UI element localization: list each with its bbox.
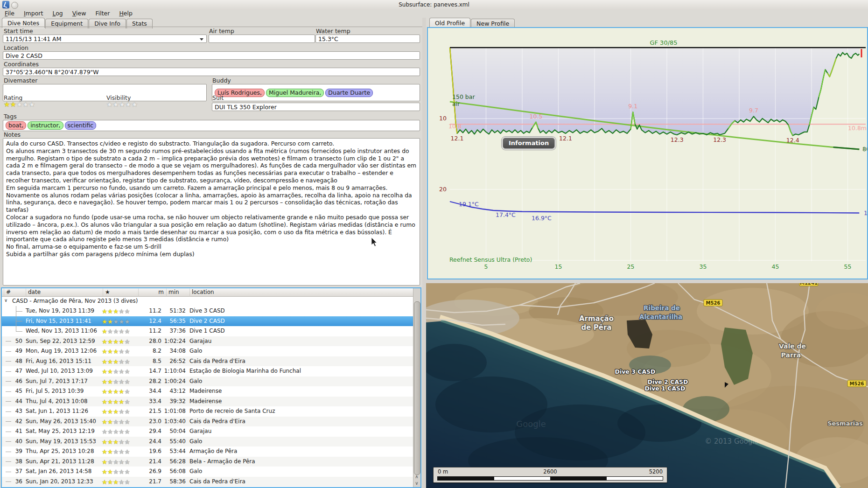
star-filled-icon: ★ (102, 448, 107, 455)
tab-old-profile[interactable]: Old Profile (429, 18, 470, 28)
column-header-location[interactable]: location (189, 289, 332, 296)
dive-profile[interactable]: GF 30/85102051525354555Reefnet Sensus Ul… (427, 27, 868, 279)
star-filled-icon: ★ (113, 358, 119, 365)
dive-row[interactable]: Fri, Nov 15, 2013 11:41★★★★★12.456:35Div… (2, 316, 420, 327)
dive-rating: ★★★★★ (102, 318, 130, 325)
star-empty-icon: ★ (119, 418, 124, 425)
dive-row[interactable]: 50Sun, Sep 22, 2013 12:59★★★★★28.01:02:2… (2, 336, 420, 347)
star-empty-icon: ★ (124, 438, 130, 446)
dive-number: 41 (4, 428, 22, 434)
dive-rating: ★★★★★ (102, 328, 130, 335)
dive-row[interactable]: Tue, Nov 19, 2013 11:39★★★★★11.251:32Div… (2, 306, 420, 316)
star-empty-icon: ★ (125, 100, 131, 109)
dive-map[interactable]: Armaçãode PêraRibeira deAlcantarilhaVale… (426, 283, 868, 488)
dive-row[interactable]: 47Wed, Jul 10, 2013 13:09★★★★★14.71:10:0… (2, 366, 420, 376)
dive-rating: ★★★★★ (102, 418, 130, 425)
column-header-date[interactable]: date (26, 289, 103, 296)
information-button[interactable]: Information (503, 138, 555, 149)
menu-view[interactable]: View (68, 9, 91, 18)
dive-number: 44 (4, 398, 22, 404)
scrollbar-thumb[interactable] (414, 301, 420, 475)
dive-row[interactable]: 37Sat, Jan 26, 2013 14:58★★★★★26.956:08G… (2, 467, 420, 477)
star-filled-icon: ★ (107, 398, 113, 405)
dive-row[interactable]: 46Sun, Jul 7, 2013 17:17★★★★★28.21:00:24… (2, 376, 420, 387)
coordinates-field[interactable]: 37°05'23.460"N 8°20'47.879"W (3, 68, 420, 76)
buddy-field[interactable]: Luís Rodrigues,Miguel Madureira,Duarte D… (212, 84, 420, 101)
subsurface-window: Subsurface: paneves.xml FileImportLogVie… (0, 0, 868, 488)
svg-text:9.1: 9.1 (628, 103, 637, 110)
column-header-rating[interactable]: ★ (103, 289, 138, 296)
location-field[interactable]: Dive 2 CASD (3, 51, 420, 60)
vertical-splitter[interactable] (422, 18, 426, 488)
menu-file[interactable]: File (0, 9, 19, 18)
dive-row[interactable]: 39Thu, Apr 25, 2013 10:28★★★★★19.653:44A… (2, 446, 420, 457)
water-temp-field[interactable]: 15.3°C (315, 35, 420, 43)
trip-header-row[interactable]: ∨CASD - Armação de Pêra, Nov 2013 (3 div… (2, 296, 420, 306)
star-filled-icon: ★ (102, 438, 107, 446)
column-header-num[interactable]: # (4, 289, 25, 296)
dive-row[interactable]: 45Fri, Jul 5, 2013 10:39★★★★★34.443:12Ma… (2, 386, 420, 397)
tags-field[interactable]: boat,instructor,scientific (3, 120, 420, 131)
menu-filter[interactable]: Filter (91, 9, 114, 18)
window-title: Subsurface: paneves.xml (0, 1, 868, 8)
dive-row[interactable]: 38Sun, Apr 21, 2013 11:28★★★★★21.456:28B… (2, 457, 420, 467)
svg-text:12.1: 12.1 (451, 135, 464, 142)
menu-log[interactable]: Log (48, 9, 67, 18)
dive-row[interactable]: 42Sun, May 26, 2013 15:40★★★★★23.01:03:4… (2, 417, 420, 427)
star-empty-icon: ★ (124, 388, 130, 395)
scroll-up-icon[interactable]: ∧ (413, 474, 420, 480)
star-empty-icon: ★ (113, 368, 119, 375)
divemaster-field[interactable] (3, 84, 207, 101)
notes-field[interactable]: Aula do curso CASD. Transectos c/video e… (3, 138, 420, 286)
road-badge-m526: M526 (706, 300, 721, 306)
dive-duration: 1:03:40 (154, 418, 186, 425)
map-image: Armaçãode PêraRibeira deAlcantarilhaVale… (426, 283, 868, 488)
dive-rating: ★★★★★ (102, 408, 130, 415)
horizontal-splitter[interactable] (426, 279, 868, 283)
dive-row[interactable]: 43Sat, Jun 1, 2013 11:26★★★★★21.51:01:08… (2, 406, 420, 417)
right-tabbar: Old ProfileNew Profile (429, 18, 515, 27)
star-filled-icon: ★ (119, 388, 124, 395)
star-filled-icon: ★ (107, 348, 113, 355)
dive-date: Sun, Jan 20, 2013 12:33 (26, 478, 93, 485)
dive-location: Cais da Pedra d'Eira (189, 478, 245, 485)
dive-number: 39 (4, 448, 22, 454)
star-filled-icon: ★ (102, 368, 107, 375)
dive-row[interactable]: 36Sun, Jan 20, 2013 12:33★★★★★21.758:36C… (2, 477, 420, 487)
dive-row[interactable]: Wed, Nov 13, 2013 11:06★★★★★11.237:36Div… (2, 326, 420, 336)
visibility-stars[interactable]: ★★★★★ (106, 101, 138, 108)
column-header-m[interactable]: m (138, 289, 164, 296)
dive-date: Wed, Nov 13, 2013 11:06 (26, 328, 97, 334)
dive-row[interactable]: 49Mon, Aug 19, 2013 12:06★★★★★8.234:08Ga… (2, 346, 420, 356)
map-label-village: Vale de (779, 342, 806, 350)
star-filled-icon: ★ (102, 468, 107, 475)
dive-list[interactable]: #date★mminlocation ∨CASD - Armação de Pê… (1, 287, 421, 488)
suit-field[interactable]: DUI TLS 350 Explorer (212, 103, 420, 111)
column-header-min[interactable]: min (166, 289, 189, 296)
dive-date: Fri, Aug 16, 2013 15:11 (26, 358, 91, 364)
svg-text:GF 30/85: GF 30/85 (650, 39, 677, 46)
titlebar[interactable]: Subsurface: paneves.xml (0, 0, 868, 9)
air-temp-field[interactable] (209, 35, 315, 43)
star-empty-icon: ★ (119, 428, 124, 435)
star-empty-icon: ★ (124, 458, 130, 466)
dive-row[interactable]: 40Sun, May 19, 2013 15:53★★★★★24.455:40G… (2, 437, 420, 447)
star-empty-icon: ★ (113, 378, 119, 385)
dive-row[interactable]: 41Sat, May 25, 2013 12:19★★★★★29.450:04G… (2, 426, 420, 437)
menu-help[interactable]: Help (114, 9, 137, 18)
star-filled-icon: ★ (10, 100, 16, 109)
dive-row[interactable]: 48Fri, Aug 16, 2013 15:11★★★★★8.526:52Ca… (2, 356, 420, 367)
dive-row[interactable]: 44Thu, Jul 4, 2013 10:08★★★★★33.439:32Ma… (2, 397, 420, 407)
scale-segments (437, 476, 663, 481)
dive-list-scrollbar[interactable]: ∧ ∨ (413, 288, 420, 487)
collapse-caret-icon[interactable]: ∨ (4, 298, 7, 303)
dive-date: Sat, Jan 26, 2013 14:58 (26, 468, 91, 474)
dive-rating: ★★★★★ (102, 428, 130, 435)
star-filled-icon: ★ (107, 378, 113, 385)
rating-stars[interactable]: ★★★★★ (4, 101, 35, 108)
svg-text:9.7: 9.7 (749, 107, 758, 114)
scroll-down-icon[interactable]: ∨ (413, 480, 420, 487)
menu-import[interactable]: Import (19, 9, 48, 18)
dive-location: Estação de Biologia Marinha do Funchal (189, 368, 301, 374)
start-time-combo[interactable]: 11/15/13 11:41 AM (3, 35, 207, 43)
